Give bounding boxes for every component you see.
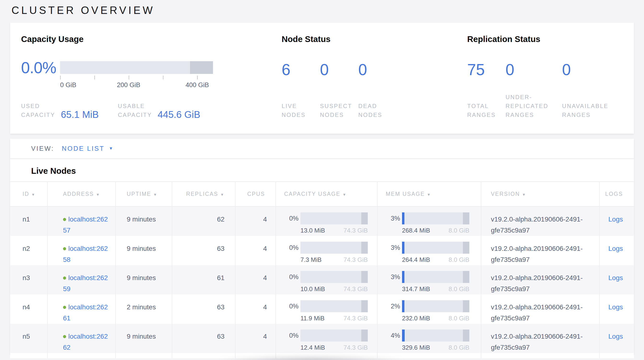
mem-usage-bar [402, 212, 469, 224]
node-uptime: 9 minutes [116, 265, 172, 294]
mem-other-segment [463, 271, 469, 283]
column-header-capacity[interactable]: CAPACITY USAGE▼ [276, 182, 377, 206]
node-capacity-cell: 0% 13.0 MiB 74.3 GiB [276, 206, 377, 236]
logs-link[interactable]: Logs [608, 216, 623, 223]
live-nodes-stat: 6 LIVE NODES [282, 62, 320, 119]
node-uptime: 9 minutes [116, 206, 172, 236]
column-header-label: REPLICAS [186, 191, 218, 197]
mem-used-value: 232.0 MiB [402, 315, 430, 322]
capacity-max-value: 74.3 GiB [344, 344, 368, 351]
node-address-link[interactable]: localhost:26259 [63, 274, 108, 293]
capacity-used-value: 7.3 MiB [300, 256, 322, 263]
stat-label: SUSPECT NODES [320, 102, 358, 119]
usable-capacity-value: 445.6 GiB [158, 110, 200, 119]
sort-arrow-icon: ▼ [32, 193, 36, 197]
chevron-down-icon: ▼ [109, 146, 113, 151]
node-capacity-cell: 0% 12.4 MiB 74.3 GiB [276, 324, 377, 353]
mem-max-value: 8.0 GiB [448, 256, 469, 263]
column-header-address[interactable]: ADDRESS▼ [48, 182, 116, 206]
node-version: v19.2.0-alpha.20190606-2491-gfe735c9a97 [481, 206, 600, 236]
column-header-uptime[interactable]: UPTIME▼ [116, 182, 172, 206]
capacity-other-segment [361, 242, 368, 254]
capacity-max-value: 74.3 GiB [344, 256, 368, 263]
node-address-cell: localhost:26262 [48, 324, 116, 353]
node-version: v19.2.0-alpha.20190606-2491-gfe735c9a97 [481, 236, 600, 265]
node-logs-cell: Logs [600, 236, 634, 265]
column-header-label: UPTIME [127, 191, 151, 197]
node-logs-cell: Logs [600, 265, 634, 294]
used-capacity-value: 65.1 MiB [61, 110, 99, 119]
mem-percent-label: 3% [385, 213, 400, 224]
capacity-percent-label: 0% [283, 213, 298, 224]
view-label: VIEW: [31, 145, 54, 152]
node-capacity-cell: 0% 7.3 MiB 74.3 GiB [276, 236, 377, 265]
capacity-other-segment [361, 300, 368, 312]
column-header-replicas[interactable]: REPLICAS▼ [172, 182, 235, 206]
node-address-cell: localhost:26257 [48, 206, 116, 236]
node-logs-cell: Logs [600, 324, 634, 353]
capacity-other-segment [361, 329, 368, 341]
node-address-cell: localhost:26261 [48, 294, 116, 324]
stat-value: 0 [320, 62, 358, 78]
column-header-label: ADDRESS [63, 191, 94, 197]
capacity-used-value: 12.4 MiB [300, 344, 325, 351]
stat-label: TOTAL RANGES [467, 102, 506, 119]
node-replicas: 63 [172, 294, 235, 324]
node-address-link[interactable]: localhost:26262 [63, 333, 108, 351]
node-uptime: 9 minutes [116, 236, 172, 265]
node-cpus: 4 [235, 324, 276, 353]
column-header-label: CAPACITY USAGE [284, 191, 340, 197]
usable-capacity-label: USABLE CAPACITY [118, 102, 154, 119]
axis-tick [60, 76, 60, 79]
capacity-percent-label: 0% [283, 271, 298, 282]
stat-value: 75 [467, 62, 506, 78]
axis-tick-label: 200 GiB [117, 81, 140, 89]
logs-link[interactable]: Logs [608, 303, 623, 311]
node-mem-cell: 3% 314.7 MiB 8.0 GiB [377, 265, 481, 294]
capacity-other-segment [361, 212, 368, 224]
column-header-label: CPUS [247, 191, 265, 197]
mem-other-segment [463, 300, 469, 312]
used-capacity-stat: USED CAPACITY 65.1 MiB [21, 102, 118, 119]
node-list-dropdown[interactable]: NODE LIST ▼ [62, 145, 113, 152]
mem-percent-label: 3% [385, 271, 400, 282]
node-id: n5 [10, 324, 48, 353]
capacity-usage-bar [300, 212, 368, 224]
mem-usage-bar [402, 329, 469, 341]
stat-label: UNDER-REPLICATED RANGES [506, 93, 562, 119]
table-body: n1 localhost:26257 9 minutes 62 4 0% 13.… [10, 206, 634, 358]
used-capacity-label: USED CAPACITY [21, 102, 58, 119]
logs-link[interactable]: Logs [608, 245, 623, 252]
mem-percent-label: 4% [385, 330, 400, 341]
mem-used-value: 268.4 MiB [402, 227, 430, 234]
table-row: n5 localhost:26262 9 minutes 63 4 0% 12.… [10, 324, 634, 353]
table-row: n2 localhost:26258 9 minutes 63 4 0% 7.3… [10, 236, 634, 265]
capacity-max-value: 74.3 GiB [344, 315, 368, 322]
nodes-table: ID▼ADDRESS▼UPTIME▼REPLICAS▼CPUSCAPACITY … [10, 182, 634, 358]
node-address-link[interactable]: localhost:26257 [63, 216, 108, 234]
unavailable-ranges-stat: 0 UNAVAILABLE RANGES [562, 62, 634, 119]
dead-nodes-stat: 0 DEAD NODES [358, 62, 396, 119]
suspect-nodes-stat: 0 SUSPECT NODES [320, 62, 358, 119]
column-header-version[interactable]: VERSION▼ [481, 182, 600, 206]
stat-value: 0 [562, 62, 634, 78]
node-address-link[interactable]: localhost:26258 [63, 245, 108, 263]
node-address-link[interactable]: localhost:26261 [63, 303, 108, 322]
mem-max-value: 8.0 GiB [448, 344, 469, 351]
column-header-id[interactable]: ID▼ [10, 182, 48, 206]
mem-max-value: 8.0 GiB [448, 315, 469, 322]
column-header-cpus: CPUS [235, 182, 276, 206]
axis-tick [163, 76, 164, 79]
screenshot-shadow-artifact [216, 356, 407, 360]
capacity-used-value: 13.0 MiB [300, 227, 325, 234]
capacity-percent-label: 0% [283, 330, 298, 341]
logs-link[interactable]: Logs [608, 333, 623, 340]
node-status-section: Node Status 6 LIVE NODES 0 SUSPECT NODES… [282, 34, 467, 119]
node-id: n4 [10, 294, 48, 324]
live-status-dot-icon [63, 306, 66, 309]
stat-label: LIVE NODES [282, 102, 320, 119]
column-header-mem[interactable]: MEM USAGE▼ [377, 182, 481, 206]
mem-usage-bar [402, 271, 469, 283]
logs-link[interactable]: Logs [608, 274, 623, 282]
capacity-usage-bar [300, 329, 368, 341]
